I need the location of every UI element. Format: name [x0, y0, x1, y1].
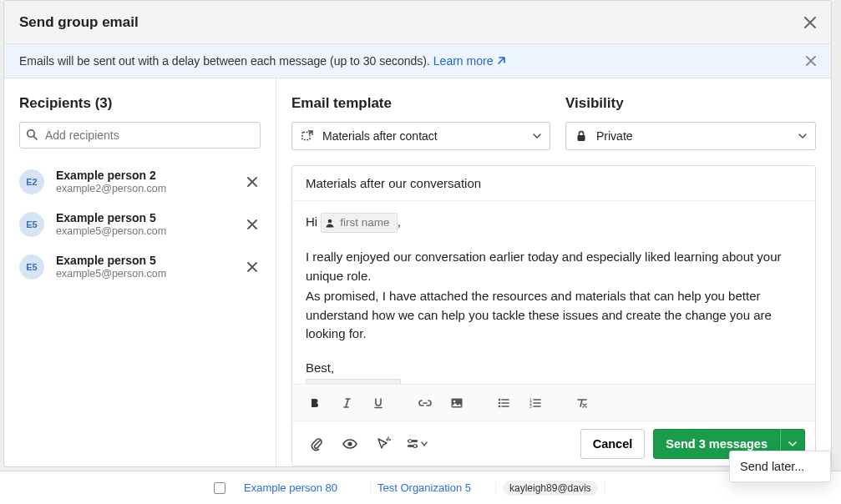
paperclip-icon: [310, 436, 323, 451]
bold-button[interactable]: [301, 389, 329, 417]
external-link-icon: [496, 56, 506, 66]
svg-point-10: [499, 405, 501, 407]
recipient-item: E5 Example person 5 example5@person.com: [19, 245, 261, 288]
bg-person-name[interactable]: Example person 80: [244, 481, 337, 494]
link-button[interactable]: [411, 389, 439, 417]
close-icon: [247, 177, 257, 187]
recipient-email: example5@person.com: [56, 225, 244, 237]
email-editor: Materials after our conversation Hi firs…: [291, 165, 816, 466]
greeting-prefix: Hi: [306, 214, 321, 229]
recipient-item: E5 Example person 5 example5@person.com: [19, 203, 261, 245]
recipients-panel: Recipients (3) E2 Example person 2 examp…: [4, 78, 276, 466]
svg-point-17: [408, 439, 412, 442]
first-name-token[interactable]: first name: [321, 213, 397, 233]
close-icon: [247, 219, 257, 229]
template-icon: [301, 130, 314, 142]
svg-point-18: [413, 444, 417, 447]
cursor-sparkle-icon: [376, 436, 391, 451]
recipients-search: [19, 122, 261, 149]
clear-format-icon: [575, 397, 589, 409]
chevron-down-icon: [533, 132, 541, 140]
avatar: E5: [19, 255, 44, 280]
bullet-list-button[interactable]: [489, 389, 518, 417]
eye-icon: [342, 438, 358, 450]
recipient-name: Example person 2: [56, 169, 244, 182]
bg-org-name[interactable]: Test Organization 5: [377, 481, 471, 494]
add-recipients-input[interactable]: [19, 122, 261, 149]
avatar: E5: [19, 212, 44, 237]
modal-title: Send group email: [19, 14, 139, 31]
recipient-name: Example person 5: [56, 254, 244, 267]
numbered-list-button[interactable]: 123: [521, 389, 550, 417]
body-paragraph: I really enjoyed our conversation earlie…: [306, 248, 802, 285]
image-icon: [450, 397, 464, 409]
bullet-list-icon: [497, 397, 510, 409]
cancel-button[interactable]: Cancel: [580, 429, 646, 459]
svg-point-9: [499, 401, 501, 404]
svg-point-14: [347, 441, 352, 446]
close-icon: [247, 262, 257, 272]
compose-panel: Email template Materials after contact: [276, 78, 831, 466]
template-heading: Email template: [291, 95, 550, 112]
more-options-button[interactable]: [403, 430, 431, 458]
info-banner: Emails will be sent out with a delay bet…: [4, 44, 831, 78]
avatar: E2: [19, 169, 44, 194]
underline-icon: [372, 397, 384, 409]
remove-recipient-button[interactable]: [244, 259, 261, 275]
email-body[interactable]: Hi first name, I really enjoyed our conv…: [292, 201, 815, 384]
info-text: Emails will be sent out with a delay bet…: [19, 54, 430, 68]
svg-point-3: [328, 219, 332, 224]
link-icon: [418, 397, 432, 409]
info-dismiss-button[interactable]: [806, 56, 816, 66]
settings-dropdown-icon: [406, 437, 428, 451]
send-group-email-modal: Send group email Emails will be sent out…: [3, 0, 832, 467]
token-label: first name: [340, 214, 389, 231]
italic-button[interactable]: [332, 389, 361, 417]
bg-email-badge: kayleigh89@davis: [503, 481, 598, 496]
lock-icon: [575, 130, 588, 142]
person-icon: [325, 218, 335, 228]
recipient-email: example5@person.com: [56, 268, 244, 280]
svg-text:3: 3: [529, 404, 532, 409]
signoff: Best,: [306, 359, 802, 378]
recipients-list: E2 Example person 2 example2@person.com …: [19, 160, 261, 288]
clear-formatting-button[interactable]: [568, 389, 596, 417]
svg-rect-1: [302, 133, 310, 140]
numbered-list-icon: 123: [529, 397, 542, 409]
visibility-heading: Visibility: [565, 95, 816, 112]
image-button[interactable]: [443, 389, 471, 417]
search-icon: [26, 129, 38, 140]
close-icon: [804, 17, 816, 28]
modal-close-button[interactable]: [804, 17, 816, 28]
remove-recipient-button[interactable]: [244, 174, 261, 190]
email-subject[interactable]: Materials after our conversation: [292, 166, 815, 201]
italic-icon: [341, 397, 352, 409]
greeting-suffix: ,: [398, 214, 401, 229]
recipient-email: example2@person.com: [56, 183, 244, 194]
attach-button[interactable]: [302, 430, 331, 458]
chevron-down-icon: [798, 132, 807, 140]
chevron-down-icon: [788, 440, 797, 448]
visibility-value: Private: [596, 129, 798, 143]
recipients-heading: Recipients (3): [19, 95, 261, 112]
preview-button[interactable]: [336, 430, 364, 458]
formatting-toolbar: 123: [292, 384, 815, 421]
bold-icon: [309, 397, 321, 409]
background-table-row: Example person 80 Test Organization 5 ka…: [0, 471, 841, 504]
recipient-item: E2 Example person 2 example2@person.com: [19, 160, 261, 203]
row-checkbox[interactable]: [214, 481, 237, 495]
insert-field-button[interactable]: [369, 430, 398, 458]
template-value: Materials after contact: [322, 129, 533, 143]
modal-header: Send group email: [4, 1, 831, 44]
body-paragraph: As promised, I have attached the resourc…: [306, 287, 802, 344]
svg-rect-2: [578, 135, 585, 141]
svg-point-7: [453, 400, 456, 402]
template-select[interactable]: Materials after contact: [291, 122, 550, 150]
underline-button[interactable]: [364, 389, 393, 417]
send-later-option[interactable]: Send later...: [729, 451, 831, 482]
remove-recipient-button[interactable]: [244, 216, 261, 233]
svg-point-8: [499, 398, 501, 401]
visibility-select[interactable]: Private: [565, 122, 816, 150]
close-icon: [806, 56, 816, 66]
learn-more-link[interactable]: Learn more: [433, 54, 494, 68]
